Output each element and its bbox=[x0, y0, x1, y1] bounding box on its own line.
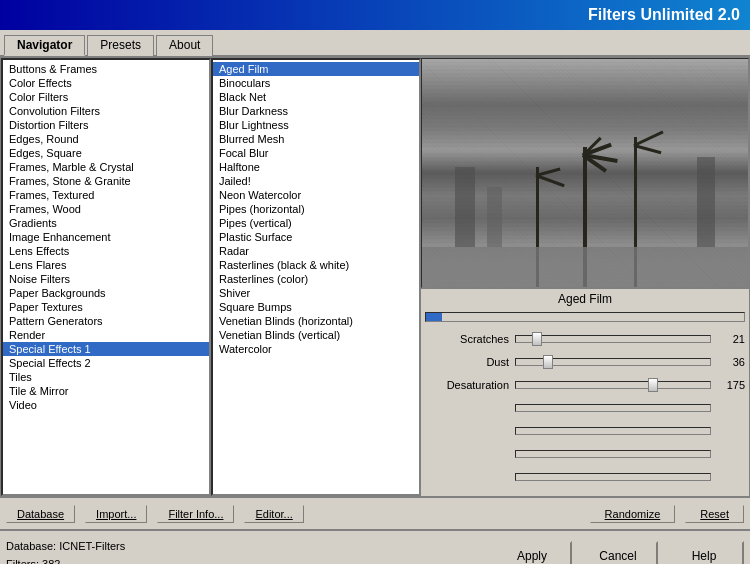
empty-slider-row bbox=[425, 444, 745, 464]
tab-about[interactable]: About bbox=[156, 35, 213, 56]
slider-thumb[interactable] bbox=[648, 378, 658, 392]
middle-panel-item[interactable]: Neon Watercolor bbox=[213, 188, 419, 202]
apply-button[interactable]: Apply bbox=[492, 541, 572, 564]
empty-slider-track bbox=[515, 473, 711, 481]
middle-panel-item[interactable]: Venetian Blinds (horizontal) bbox=[213, 314, 419, 328]
status-bar: Database: ICNET-Filters Filters: 382 App… bbox=[0, 529, 750, 564]
slider-thumb[interactable] bbox=[532, 332, 542, 346]
middle-panel-item[interactable]: Blur Lightness bbox=[213, 118, 419, 132]
left-panel-item[interactable]: Paper Backgrounds bbox=[3, 286, 209, 300]
preview-area bbox=[421, 58, 749, 288]
left-panel-item[interactable]: Gradients bbox=[3, 216, 209, 230]
middle-panel-item[interactable]: Jailed! bbox=[213, 174, 419, 188]
empty-slider-track bbox=[515, 404, 711, 412]
middle-panel-item[interactable]: Rasterlines (color) bbox=[213, 272, 419, 286]
right-panel: Aged Film Scratches21Dust36Desaturation1… bbox=[421, 58, 749, 496]
left-panel-item[interactable]: Buttons & Frames bbox=[3, 62, 209, 76]
slider-label: Scratches bbox=[425, 333, 515, 345]
left-panel-item[interactable]: Convolution Filters bbox=[3, 104, 209, 118]
randomize-button[interactable]: Randomize bbox=[590, 505, 676, 523]
left-panel-item[interactable]: Video bbox=[3, 398, 209, 412]
left-panel-item[interactable]: Special Effects 2 bbox=[3, 356, 209, 370]
middle-panel-item[interactable]: Binoculars bbox=[213, 76, 419, 90]
middle-panel-item[interactable]: Shiver bbox=[213, 286, 419, 300]
left-panel-item[interactable]: Color Filters bbox=[3, 90, 209, 104]
left-panel-item[interactable]: Image Enhancement bbox=[3, 230, 209, 244]
middle-panel-item[interactable]: Aged Film bbox=[213, 62, 419, 76]
editor-button[interactable]: Editor... bbox=[244, 505, 303, 523]
left-panel-item[interactable]: Render bbox=[3, 328, 209, 342]
left-panel-item[interactable]: Color Effects bbox=[3, 76, 209, 90]
slider-value: 175 bbox=[715, 379, 745, 391]
slider-row: Desaturation175 bbox=[425, 375, 745, 395]
left-panel-item[interactable]: Tile & Mirror bbox=[3, 384, 209, 398]
empty-slider-row bbox=[425, 467, 745, 487]
progress-bar bbox=[425, 312, 745, 322]
middle-panel-item[interactable]: Rasterlines (black & white) bbox=[213, 258, 419, 272]
database-button[interactable]: Database bbox=[6, 505, 75, 523]
left-panel-item[interactable]: Pattern Generators bbox=[3, 314, 209, 328]
slider-label: Desaturation bbox=[425, 379, 515, 391]
left-panel-item[interactable]: Special Effects 1 bbox=[3, 342, 209, 356]
database-status: Database: ICNET-Filters bbox=[6, 538, 492, 556]
slider-track[interactable] bbox=[515, 381, 711, 389]
slider-thumb[interactable] bbox=[543, 355, 553, 369]
middle-panel-item[interactable]: Focal Blur bbox=[213, 146, 419, 160]
tab-bar: Navigator Presets About bbox=[0, 30, 750, 57]
left-panel-item[interactable]: Distortion Filters bbox=[3, 118, 209, 132]
help-button[interactable]: Help bbox=[664, 541, 744, 564]
tab-presets[interactable]: Presets bbox=[87, 35, 154, 56]
left-panel-item[interactable]: Frames, Textured bbox=[3, 188, 209, 202]
app-title: Filters Unlimited 2.0 bbox=[588, 6, 740, 24]
middle-panel-item[interactable]: Blur Darkness bbox=[213, 104, 419, 118]
left-panel-item[interactable]: Noise Filters bbox=[3, 272, 209, 286]
empty-slider-row bbox=[425, 421, 745, 441]
slider-track[interactable] bbox=[515, 335, 711, 343]
reset-button[interactable]: Reset bbox=[685, 505, 744, 523]
middle-panel-item[interactable]: Radar bbox=[213, 244, 419, 258]
left-panel-item[interactable]: Edges, Square bbox=[3, 146, 209, 160]
slider-track[interactable] bbox=[515, 358, 711, 366]
title-bar: Filters Unlimited 2.0 bbox=[0, 0, 750, 30]
slider-label: Dust bbox=[425, 356, 515, 368]
middle-panel-item[interactable]: Pipes (horizontal) bbox=[213, 202, 419, 216]
slider-row: Dust36 bbox=[425, 352, 745, 372]
middle-panel-item[interactable]: Blurred Mesh bbox=[213, 132, 419, 146]
middle-panel-item[interactable]: Black Net bbox=[213, 90, 419, 104]
left-panel-item[interactable]: Lens Effects bbox=[3, 244, 209, 258]
left-panel-item[interactable]: Edges, Round bbox=[3, 132, 209, 146]
empty-slider-track bbox=[515, 427, 711, 435]
progress-fill bbox=[426, 313, 442, 321]
middle-panel-item[interactable]: Watercolor bbox=[213, 342, 419, 356]
filters-status: Filters: 382 bbox=[6, 556, 492, 564]
cancel-button[interactable]: Cancel bbox=[578, 541, 658, 564]
left-panel-item[interactable]: Frames, Wood bbox=[3, 202, 209, 216]
middle-panel-item[interactable]: Square Bumps bbox=[213, 300, 419, 314]
main-content: Buttons & FramesColor EffectsColor Filte… bbox=[0, 57, 750, 497]
middle-panel-item[interactable]: Venetian Blinds (vertical) bbox=[213, 328, 419, 342]
left-panel-item[interactable]: Frames, Stone & Granite bbox=[3, 174, 209, 188]
left-panel-item[interactable]: Paper Textures bbox=[3, 300, 209, 314]
import-button[interactable]: Import... bbox=[85, 505, 147, 523]
middle-panel: Aged FilmBinocularsBlack NetBlur Darknes… bbox=[211, 58, 421, 496]
database-label: Database: bbox=[6, 540, 56, 552]
empty-slider-row bbox=[425, 398, 745, 418]
sliders-area: Scratches21Dust36Desaturation175 bbox=[421, 325, 749, 496]
left-panel-item[interactable]: Frames, Marble & Crystal bbox=[3, 160, 209, 174]
left-panel-item[interactable]: Tiles bbox=[3, 370, 209, 384]
filter-info-button[interactable]: Filter Info... bbox=[157, 505, 234, 523]
slider-value: 36 bbox=[715, 356, 745, 368]
database-value: ICNET-Filters bbox=[59, 540, 125, 552]
action-buttons: Apply Cancel Help bbox=[492, 541, 744, 564]
middle-panel-item[interactable]: Halftone bbox=[213, 160, 419, 174]
middle-panel-item[interactable]: Plastic Surface bbox=[213, 230, 419, 244]
bottom-toolbar: Database Import... Filter Info... Editor… bbox=[0, 497, 750, 529]
tab-navigator[interactable]: Navigator bbox=[4, 35, 85, 56]
middle-panel-item[interactable]: Pipes (vertical) bbox=[213, 216, 419, 230]
empty-slider-track bbox=[515, 450, 711, 458]
slider-value: 21 bbox=[715, 333, 745, 345]
preview-label: Aged Film bbox=[421, 288, 749, 309]
status-text: Database: ICNET-Filters Filters: 382 bbox=[6, 538, 492, 564]
slider-row: Scratches21 bbox=[425, 329, 745, 349]
left-panel-item[interactable]: Lens Flares bbox=[3, 258, 209, 272]
